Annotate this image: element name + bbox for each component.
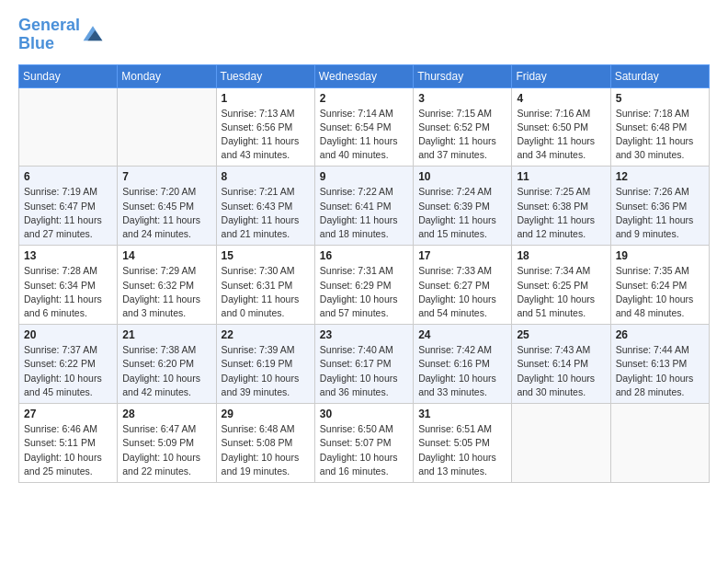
day-info: Sunrise: 6:51 AMSunset: 5:05 PMDaylight:… (418, 422, 506, 478)
day-info: Sunrise: 7:26 AMSunset: 6:36 PMDaylight:… (616, 185, 704, 241)
logo-text: General Blue (18, 17, 80, 53)
day-info: Sunrise: 7:38 AMSunset: 6:20 PMDaylight:… (122, 343, 210, 399)
weekday-friday: Friday (512, 64, 610, 87)
day-number: 23 (320, 328, 408, 341)
day-info: Sunrise: 7:28 AMSunset: 6:34 PMDaylight:… (24, 264, 112, 320)
day-number: 7 (122, 170, 210, 183)
calendar-cell: 9Sunrise: 7:22 AMSunset: 6:41 PMDaylight… (314, 167, 413, 246)
calendar-cell: 2Sunrise: 7:14 AMSunset: 6:54 PMDaylight… (314, 87, 413, 167)
logo-icon (82, 23, 104, 45)
week-row-0: 1Sunrise: 7:13 AMSunset: 6:56 PMDaylight… (19, 87, 710, 167)
calendar-cell: 11Sunrise: 7:25 AMSunset: 6:38 PMDayligh… (512, 167, 610, 246)
day-info: Sunrise: 6:50 AMSunset: 5:07 PMDaylight:… (320, 422, 408, 478)
page: General Blue SundayMondayTuesdayWednesda… (0, 0, 728, 492)
calendar-cell: 14Sunrise: 7:29 AMSunset: 6:32 PMDayligh… (118, 246, 216, 325)
calendar-cell: 13Sunrise: 7:28 AMSunset: 6:34 PMDayligh… (19, 246, 118, 325)
day-info: Sunrise: 7:25 AMSunset: 6:38 PMDaylight:… (517, 185, 605, 241)
calendar-cell: 26Sunrise: 7:44 AMSunset: 6:13 PMDayligh… (610, 325, 709, 404)
day-info: Sunrise: 7:34 AMSunset: 6:25 PMDaylight:… (517, 264, 605, 320)
week-row-4: 27Sunrise: 6:46 AMSunset: 5:11 PMDayligh… (19, 404, 710, 483)
calendar-cell: 30Sunrise: 6:50 AMSunset: 5:07 PMDayligh… (314, 404, 413, 483)
day-info: Sunrise: 7:22 AMSunset: 6:41 PMDaylight:… (320, 185, 408, 241)
day-info: Sunrise: 7:33 AMSunset: 6:27 PMDaylight:… (418, 264, 506, 320)
calendar-cell: 6Sunrise: 7:19 AMSunset: 6:47 PMDaylight… (19, 167, 118, 246)
calendar-cell (19, 87, 118, 167)
day-info: Sunrise: 7:29 AMSunset: 6:32 PMDaylight:… (122, 264, 210, 320)
week-row-1: 6Sunrise: 7:19 AMSunset: 6:47 PMDaylight… (19, 167, 710, 246)
day-number: 8 (222, 170, 310, 183)
calendar-cell: 19Sunrise: 7:35 AMSunset: 6:24 PMDayligh… (610, 246, 709, 325)
day-info: Sunrise: 7:44 AMSunset: 6:13 PMDaylight:… (616, 343, 704, 399)
day-number: 5 (616, 92, 704, 105)
weekday-saturday: Saturday (610, 64, 709, 87)
weekday-sunday: Sunday (19, 64, 118, 87)
day-number: 9 (320, 170, 408, 183)
calendar-cell (610, 404, 709, 483)
calendar-cell: 8Sunrise: 7:21 AMSunset: 6:43 PMDaylight… (216, 167, 314, 246)
day-info: Sunrise: 6:47 AMSunset: 5:09 PMDaylight:… (122, 422, 210, 478)
calendar-cell: 25Sunrise: 7:43 AMSunset: 6:14 PMDayligh… (512, 325, 610, 404)
day-info: Sunrise: 7:31 AMSunset: 6:29 PMDaylight:… (320, 264, 408, 320)
day-info: Sunrise: 6:48 AMSunset: 5:08 PMDaylight:… (222, 422, 310, 478)
day-info: Sunrise: 7:35 AMSunset: 6:24 PMDaylight:… (616, 264, 704, 320)
weekday-wednesday: Wednesday (314, 64, 413, 87)
day-number: 14 (122, 249, 210, 262)
day-number: 4 (517, 92, 605, 105)
calendar-cell: 1Sunrise: 7:13 AMSunset: 6:56 PMDaylight… (216, 87, 314, 167)
weekday-header-row: SundayMondayTuesdayWednesdayThursdayFrid… (19, 64, 710, 87)
day-number: 6 (24, 170, 112, 183)
day-info: Sunrise: 7:18 AMSunset: 6:48 PMDaylight:… (616, 107, 704, 163)
calendar-cell: 16Sunrise: 7:31 AMSunset: 6:29 PMDayligh… (314, 246, 413, 325)
calendar-cell: 4Sunrise: 7:16 AMSunset: 6:50 PMDaylight… (512, 87, 610, 167)
calendar-cell: 7Sunrise: 7:20 AMSunset: 6:45 PMDaylight… (118, 167, 216, 246)
day-number: 1 (222, 92, 310, 105)
day-info: Sunrise: 7:42 AMSunset: 6:16 PMDaylight:… (418, 343, 506, 399)
day-number: 11 (517, 170, 605, 183)
calendar-cell: 31Sunrise: 6:51 AMSunset: 5:05 PMDayligh… (414, 404, 512, 483)
calendar-cell: 21Sunrise: 7:38 AMSunset: 6:20 PMDayligh… (118, 325, 216, 404)
header: General Blue (18, 17, 710, 53)
calendar-cell: 23Sunrise: 7:40 AMSunset: 6:17 PMDayligh… (314, 325, 413, 404)
day-info: Sunrise: 7:14 AMSunset: 6:54 PMDaylight:… (320, 107, 408, 163)
day-number: 2 (320, 92, 408, 105)
calendar-body: 1Sunrise: 7:13 AMSunset: 6:56 PMDaylight… (19, 87, 710, 482)
day-number: 12 (616, 170, 704, 183)
day-number: 29 (222, 408, 310, 420)
calendar-cell: 10Sunrise: 7:24 AMSunset: 6:39 PMDayligh… (414, 167, 512, 246)
day-number: 31 (418, 408, 506, 420)
day-number: 16 (320, 249, 408, 262)
day-info: Sunrise: 7:16 AMSunset: 6:50 PMDaylight:… (517, 107, 605, 163)
calendar-cell: 5Sunrise: 7:18 AMSunset: 6:48 PMDaylight… (610, 87, 709, 167)
day-number: 15 (222, 249, 310, 262)
day-info: Sunrise: 7:40 AMSunset: 6:17 PMDaylight:… (320, 343, 408, 399)
day-number: 17 (418, 249, 506, 262)
day-info: Sunrise: 7:21 AMSunset: 6:43 PMDaylight:… (222, 185, 310, 241)
day-number: 3 (418, 92, 506, 105)
day-number: 26 (616, 328, 704, 341)
calendar-table: SundayMondayTuesdayWednesdayThursdayFrid… (18, 64, 710, 483)
calendar-cell: 22Sunrise: 7:39 AMSunset: 6:19 PMDayligh… (216, 325, 314, 404)
day-info: Sunrise: 7:37 AMSunset: 6:22 PMDaylight:… (24, 343, 112, 399)
weekday-thursday: Thursday (414, 64, 512, 87)
calendar-cell: 28Sunrise: 6:47 AMSunset: 5:09 PMDayligh… (118, 404, 216, 483)
day-number: 13 (24, 249, 112, 262)
day-info: Sunrise: 7:39 AMSunset: 6:19 PMDaylight:… (222, 343, 310, 399)
calendar-cell: 24Sunrise: 7:42 AMSunset: 6:16 PMDayligh… (414, 325, 512, 404)
calendar-cell: 20Sunrise: 7:37 AMSunset: 6:22 PMDayligh… (19, 325, 118, 404)
weekday-tuesday: Tuesday (216, 64, 314, 87)
calendar-cell (118, 87, 216, 167)
day-info: Sunrise: 7:24 AMSunset: 6:39 PMDaylight:… (418, 185, 506, 241)
day-number: 10 (418, 170, 506, 183)
day-info: Sunrise: 7:15 AMSunset: 6:52 PMDaylight:… (418, 107, 506, 163)
weekday-monday: Monday (118, 64, 216, 87)
day-number: 25 (517, 328, 605, 341)
day-number: 22 (222, 328, 310, 341)
day-number: 20 (24, 328, 112, 341)
calendar-cell: 3Sunrise: 7:15 AMSunset: 6:52 PMDaylight… (414, 87, 512, 167)
day-info: Sunrise: 6:46 AMSunset: 5:11 PMDaylight:… (24, 422, 112, 478)
calendar-cell: 18Sunrise: 7:34 AMSunset: 6:25 PMDayligh… (512, 246, 610, 325)
day-info: Sunrise: 7:13 AMSunset: 6:56 PMDaylight:… (222, 107, 310, 163)
day-number: 18 (517, 249, 605, 262)
calendar-cell (512, 404, 610, 483)
calendar-cell: 27Sunrise: 6:46 AMSunset: 5:11 PMDayligh… (19, 404, 118, 483)
